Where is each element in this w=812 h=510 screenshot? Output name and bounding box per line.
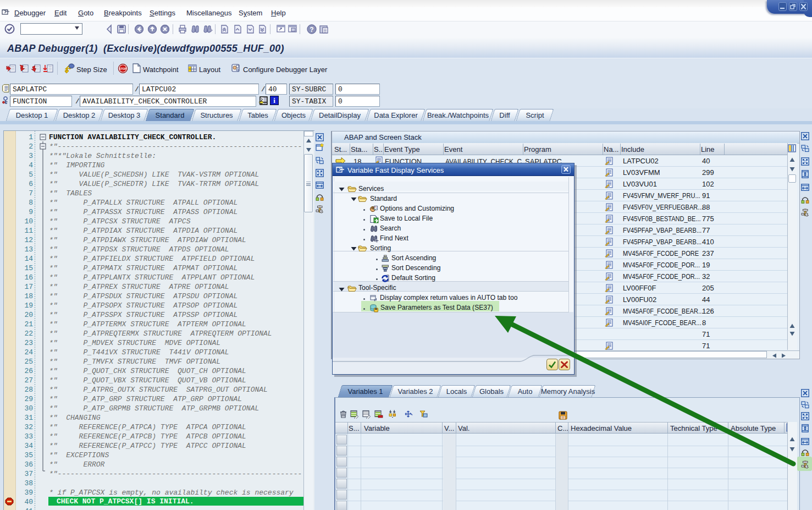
svg-text:STOP: STOP <box>119 67 127 70</box>
svg-text:?: ? <box>310 26 313 34</box>
